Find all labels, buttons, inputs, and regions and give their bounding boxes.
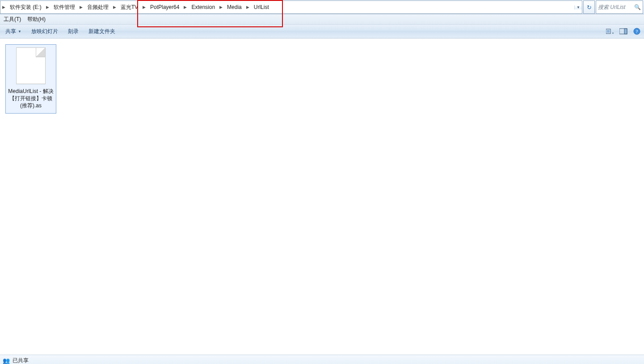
toolbar-right-group: ? (606, 25, 641, 38)
toolbar-share[interactable]: 共享 ▼ (5, 28, 21, 35)
breadcrumb-folder[interactable]: 音频处理 (84, 1, 111, 13)
shared-icon: 👥 (3, 357, 10, 364)
chevron-right-icon[interactable]: ▶ (44, 5, 51, 9)
preview-pane-button[interactable] (619, 27, 628, 36)
breadcrumb-folder[interactable]: 蓝光TV (118, 1, 141, 13)
refresh-icon: ↻ (587, 4, 592, 11)
svg-rect-3 (624, 29, 627, 34)
breadcrumb[interactable]: ▶ 软件安装 (E:) ▶ 软件管理 ▶ 音频处理 ▶ 蓝光TV ▶ PotPl… (0, 0, 582, 14)
chevron-right-icon[interactable]: ▶ (78, 5, 84, 9)
chevron-right-icon[interactable]: ▶ (218, 5, 224, 9)
status-shared-label: 已共享 (13, 357, 29, 364)
toolbar-slideshow-label: 放映幻灯片 (31, 28, 58, 35)
breadcrumb-folder[interactable]: PotPlayer64 (147, 1, 182, 13)
file-icon (16, 47, 46, 84)
preview-pane-icon (619, 28, 627, 34)
help-button[interactable]: ? (632, 27, 641, 36)
chevron-right-icon[interactable]: ▶ (244, 5, 251, 9)
toolbar-new-folder[interactable]: 新建文件夹 (88, 28, 115, 35)
breadcrumb-folder[interactable]: Media (224, 1, 244, 13)
layout-icon (606, 28, 614, 34)
svg-text:?: ? (636, 29, 638, 34)
breadcrumb-current[interactable]: UrlList (251, 1, 272, 13)
chevron-right-icon[interactable]: ▶ (0, 5, 7, 9)
toolbar-share-label: 共享 (5, 28, 16, 35)
menu-tools[interactable]: 工具(T) (4, 16, 21, 23)
toolbar-burn-label: 刻录 (68, 28, 79, 35)
chevron-right-icon[interactable]: ▶ (141, 5, 147, 9)
chevron-right-icon[interactable]: ▶ (182, 5, 189, 9)
file-item[interactable]: MediaUrlList - 解决【打开链接】卡顿(推荐).as (5, 44, 56, 114)
refresh-button[interactable]: ↻ (583, 0, 595, 14)
toolbar-slideshow[interactable]: 放映幻灯片 (31, 28, 58, 35)
toolbar: 共享 ▼ 放映幻灯片 刻录 新建文件夹 ? (0, 25, 644, 38)
breadcrumb-folder[interactable]: 软件管理 (51, 1, 78, 13)
breadcrumb-drive[interactable]: 软件安装 (E:) (7, 1, 44, 13)
chevron-right-icon[interactable]: ▶ (111, 5, 118, 9)
chevron-down-icon: ▼ (18, 30, 21, 34)
file-pane[interactable]: MediaUrlList - 解决【打开链接】卡顿(推荐).as (0, 38, 644, 355)
menu-bar: 工具(T) 帮助(H) (0, 14, 644, 25)
file-label: MediaUrlList - 解决【打开链接】卡顿(推荐).as (8, 88, 54, 110)
svg-rect-1 (607, 30, 610, 33)
toolbar-new-folder-label: 新建文件夹 (88, 28, 115, 35)
search-placeholder: 搜索 UrlList (598, 4, 634, 11)
toolbar-burn[interactable]: 刻录 (68, 28, 79, 35)
address-dropdown-button[interactable]: ▼ (574, 5, 582, 9)
status-bar: 👥 已共享 (0, 355, 644, 364)
view-options-button[interactable] (606, 27, 615, 36)
breadcrumb-folder[interactable]: Extension (189, 1, 218, 13)
help-icon: ? (633, 28, 640, 35)
search-icon: 🔍 (634, 4, 641, 10)
search-input[interactable]: 搜索 UrlList 🔍 (596, 0, 643, 14)
menu-help[interactable]: 帮助(H) (27, 16, 46, 23)
address-bar-row: ▶ 软件安装 (E:) ▶ 软件管理 ▶ 音频处理 ▶ 蓝光TV ▶ PotPl… (0, 0, 644, 14)
